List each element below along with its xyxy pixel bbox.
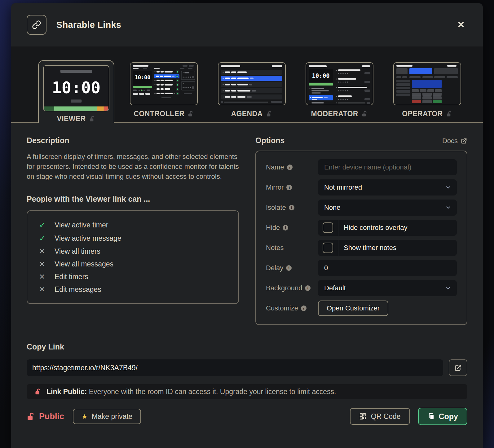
link-icon: [27, 15, 46, 35]
permission-label: Edit messages: [55, 285, 101, 294]
svg-text:10:00: 10:00: [312, 72, 329, 79]
isolate-select[interactable]: None: [318, 200, 457, 216]
cross-icon: ✕: [39, 285, 55, 293]
background-select[interactable]: Default: [318, 280, 457, 296]
option-row-notes: Notes Show timer notes: [266, 240, 457, 256]
notes-checkbox[interactable]: [323, 243, 333, 253]
docs-link[interactable]: Docs: [442, 137, 467, 145]
cross-icon: ✕: [39, 273, 55, 281]
copy-link-input[interactable]: [27, 359, 443, 376]
agenda-preview-thumbnail: [218, 62, 286, 105]
info-icon[interactable]: i: [305, 285, 311, 291]
tab-moderator[interactable]: 10:00: [306, 62, 373, 123]
tab-controller[interactable]: 10:00: [130, 62, 198, 123]
option-row-isolate: Isolatei None: [266, 200, 457, 216]
cross-icon: ✕: [39, 247, 55, 255]
open-link-button[interactable]: [449, 359, 467, 376]
copy-link-heading: Copy Link: [27, 342, 467, 351]
copy-icon: [427, 413, 435, 420]
tab-operator[interactable]: OPERATOR: [393, 62, 461, 123]
open-lock-icon: [89, 116, 95, 122]
modal-content: Description A fullscreen display of time…: [11, 123, 483, 425]
external-link-icon: [461, 138, 467, 144]
preview-timer-text: 10:00: [52, 78, 100, 97]
delay-input[interactable]: [318, 260, 457, 276]
tab-viewer-label: VIEWER: [57, 115, 86, 123]
chevron-down-icon: [445, 204, 451, 211]
option-row-name: Namei: [266, 159, 457, 175]
options-panel: Namei Mirrori Not mirrored Isolatei: [255, 151, 467, 325]
permission-row: ✓View active message: [27, 232, 238, 245]
description-heading: Description: [27, 136, 239, 145]
sharable-links-modal: Sharable Links ✕ 10:00: [11, 3, 483, 448]
permissions-list: ✓View active timer ✓View active message …: [27, 210, 239, 304]
link-public-notice: Link Public: Everyone with the room ID c…: [27, 384, 467, 399]
open-lock-icon: [361, 111, 368, 117]
permission-row: ✕View all timers: [27, 245, 238, 258]
permission-row: ✓View active timer: [27, 218, 238, 232]
permission-label: View active timer: [55, 221, 108, 229]
info-icon[interactable]: i: [283, 225, 288, 231]
permission-row: ✕Edit messages: [27, 283, 238, 296]
option-row-customize: Customizei Open Customizer: [266, 300, 457, 316]
mirror-select[interactable]: Not mirrored: [318, 179, 457, 195]
tab-operator-label: OPERATOR: [402, 110, 443, 118]
option-row-hide: Hidei Hide controls overlay: [266, 220, 457, 236]
operator-preview-thumbnail: [393, 62, 461, 105]
permission-label: Edit timers: [55, 273, 88, 281]
check-icon: ✓: [39, 234, 55, 243]
open-lock-icon: [446, 111, 452, 117]
public-label: Public: [39, 412, 64, 421]
link-type-tabs: 10:00 VIEWER: [11, 46, 483, 123]
info-icon[interactable]: i: [301, 305, 307, 311]
close-icon: ✕: [457, 20, 465, 30]
tab-agenda[interactable]: AGENDA: [218, 62, 286, 123]
copy-button[interactable]: Copy: [418, 408, 468, 425]
option-row-background: Backgroundi Default: [266, 280, 457, 296]
option-row-delay: Delayi: [266, 260, 457, 276]
hide-checkbox[interactable]: [323, 222, 333, 233]
open-customizer-button[interactable]: Open Customizer: [318, 301, 388, 316]
info-icon[interactable]: i: [286, 185, 292, 190]
chevron-down-icon: [445, 285, 451, 291]
info-icon[interactable]: i: [286, 265, 292, 271]
hide-checkbox-control: Hide controls overlay: [318, 220, 457, 236]
check-icon: ✓: [39, 221, 55, 230]
permissions-heading: People with the Viewer link can ...: [27, 195, 239, 204]
page-background: Sharable Links ✕ 10:00: [0, 0, 494, 448]
permission-row: ✕Edit timers: [27, 270, 238, 283]
cross-icon: ✕: [39, 260, 55, 268]
permission-row: ✕View all messages: [27, 258, 238, 270]
permission-label: View all timers: [55, 247, 100, 256]
close-button[interactable]: ✕: [455, 20, 467, 30]
options-heading: Options: [255, 136, 284, 145]
star-icon: ★: [82, 413, 88, 420]
qr-code-button[interactable]: QR Code: [350, 408, 410, 425]
open-lock-icon: [187, 111, 194, 117]
qr-code-icon: [359, 413, 367, 420]
modal-title: Sharable Links: [56, 20, 121, 30]
option-row-mirror: Mirrori Not mirrored: [266, 179, 457, 195]
modal-header: Sharable Links ✕: [11, 3, 483, 46]
svg-text:10:00: 10:00: [135, 74, 151, 81]
open-lock-icon-red: [35, 388, 42, 395]
public-status: Public: [27, 412, 64, 421]
moderator-preview-thumbnail: 10:00: [306, 62, 373, 105]
permission-label: View all messages: [55, 260, 113, 268]
permission-label: View active message: [55, 234, 121, 243]
make-private-button[interactable]: ★ Make private: [73, 409, 141, 424]
controller-preview-thumbnail: 10:00: [130, 62, 198, 105]
notes-checkbox-control: Show timer notes: [318, 240, 457, 256]
tab-viewer[interactable]: 10:00 VIEWER: [38, 60, 114, 123]
chevron-down-icon: [445, 184, 451, 191]
description-body: A fullscreen display of timers, messages…: [27, 152, 239, 182]
tab-controller-label: CONTROLLER: [134, 110, 184, 118]
open-lock-icon-red: [27, 412, 35, 421]
tab-moderator-label: MODERATOR: [311, 110, 358, 118]
name-input[interactable]: [318, 159, 457, 175]
notice-text: Everyone with the room ID can access it.…: [89, 388, 336, 396]
info-icon[interactable]: i: [289, 205, 294, 210]
options-column: Options Docs Namei Mirrori: [255, 136, 467, 325]
description-column: Description A fullscreen display of time…: [27, 136, 239, 325]
info-icon[interactable]: i: [287, 165, 293, 170]
